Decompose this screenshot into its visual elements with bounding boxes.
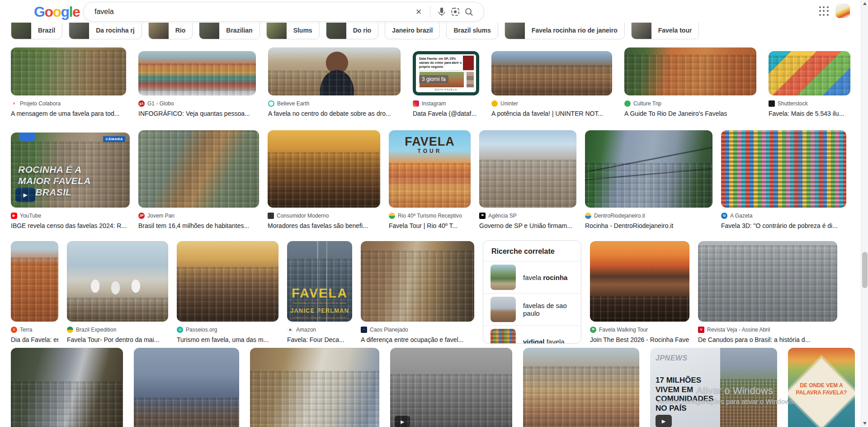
result-image[interactable]	[11, 241, 58, 322]
filter-chip[interactable]: Brazil slums	[446, 21, 498, 39]
result-title[interactable]: Favela Tour | Rio 40º T...	[389, 222, 471, 230]
result-title[interactable]: Favela Tour- Por dentro da mai...	[67, 336, 168, 344]
result-image[interactable]	[134, 348, 239, 427]
related-search-item[interactable]: favela rocinha	[483, 261, 581, 293]
result-image[interactable]	[624, 47, 756, 95]
scroll-down-button[interactable]	[861, 420, 868, 427]
microphone-icon[interactable]	[435, 5, 448, 19]
search-input[interactable]	[94, 8, 412, 16]
play-button-icon[interactable]: ▶	[15, 188, 35, 202]
result-image[interactable]	[585, 130, 712, 208]
result-image[interactable]	[138, 51, 256, 95]
result-title[interactable]: De Canudos para o Brasil: a história d..…	[698, 336, 837, 344]
result-image[interactable]	[11, 47, 126, 95]
result-title[interactable]: Favela: Four Deca...	[287, 336, 352, 344]
play-button-icon[interactable]: ▶	[656, 415, 672, 427]
result-image[interactable]	[590, 241, 689, 322]
result-source[interactable]: tTerra	[11, 326, 58, 333]
result-image[interactable]	[361, 241, 474, 322]
result-title[interactable]: Turismo em favela, uma das m...	[177, 336, 278, 344]
result-title[interactable]: Moradores das favelas são benefi...	[268, 222, 380, 230]
result-image[interactable]	[268, 130, 380, 208]
result-tile: ShutterstockFavela: Mais de 5.543 ilu...	[769, 51, 850, 118]
result-source[interactable]: JPJovem Pan	[138, 212, 259, 219]
result-image[interactable]	[523, 348, 639, 427]
search-icon[interactable]	[462, 5, 476, 19]
result-source[interactable]: aAmazon	[287, 326, 352, 333]
result-title[interactable]: A favela no centro do debate sobre as dr…	[268, 109, 401, 118]
result-image[interactable]	[698, 241, 837, 322]
result-title[interactable]: A diferença entre ocupação e favel...	[361, 336, 474, 344]
result-source[interactable]: Instagram	[413, 100, 479, 107]
result-title[interactable]: Rocinha - DentroRiodejaneiro.it	[585, 222, 712, 230]
filter-chip[interactable]: Favela tour	[631, 21, 699, 39]
result-image[interactable]	[250, 348, 379, 427]
filter-chip[interactable]: Favela rocinha rio de janeiro	[505, 21, 625, 39]
result-source[interactable]: ⚑Favela Walking Tour	[590, 326, 689, 333]
result-source[interactable]: Consumidor Moderno	[268, 212, 380, 219]
result-image[interactable]	[138, 130, 259, 208]
result-image[interactable]: DE ONDE VEM A PALAVRA FAVELA?	[788, 348, 855, 427]
result-source[interactable]: ▶YouTube	[11, 212, 130, 219]
result-title[interactable]: Join The Best 2026 - Rocinha Fave...	[590, 336, 689, 344]
clear-search-icon[interactable]: ✕	[412, 5, 425, 19]
result-source[interactable]: ◎Passeios.org	[177, 326, 278, 333]
result-image[interactable]	[268, 47, 401, 95]
result-source[interactable]: Believe Earth	[268, 100, 401, 107]
result-source[interactable]: #Projeto Colabora	[11, 100, 126, 107]
scroll-up-button[interactable]	[861, 0, 868, 7]
filter-chip[interactable]: Rio	[148, 21, 193, 39]
result-source[interactable]: Uninter	[491, 100, 612, 107]
result-image[interactable]: FAVELATOUR	[389, 130, 471, 208]
result-source[interactable]: ◔Caos Planejado	[361, 326, 474, 333]
result-image[interactable]	[769, 51, 850, 95]
result-image[interactable]	[721, 130, 846, 208]
result-title[interactable]: Governo de SP e União firmam...	[479, 222, 576, 230]
related-search-item[interactable]: vidigal favela	[483, 325, 581, 344]
result-source[interactable]: Culture Trip	[624, 100, 756, 107]
search-bar[interactable]: ✕	[83, 2, 484, 22]
result-source[interactable]: Rio 40º Turismo Receptivo	[389, 212, 471, 219]
result-title[interactable]: A potência da favela! | UNINTER NOT...	[491, 109, 612, 118]
filter-chip[interactable]: Brazil	[11, 21, 62, 39]
result-title[interactable]: A Guide To Rio De Janeiro's Favelas	[624, 109, 756, 118]
result-source[interactable]: Brazil Expedition	[67, 326, 168, 333]
result-source[interactable]: DentroRiodejaneiro.it	[585, 212, 712, 219]
result-title[interactable]: Brasil tem 16,4 milhões de habitantes...	[138, 222, 259, 230]
result-image[interactable]: JPNEWS17 MILHÕES VIVEM EM COMUNIDADES NO…	[650, 348, 777, 427]
result-source[interactable]: GA Gazeta	[721, 212, 846, 219]
result-image[interactable]	[177, 241, 278, 322]
filter-chip[interactable]: Slums	[266, 21, 320, 39]
result-title[interactable]: Favela: Mais de 5.543 ilu...	[769, 109, 850, 118]
result-source[interactable]: g1G1 - Globo	[138, 100, 256, 107]
result-image[interactable]: FAVELAFour Decades of Living on the Edge…	[287, 241, 352, 322]
result-title[interactable]: INFOGRÁFICO: Veja quantas pessoa...	[138, 109, 256, 118]
profile-avatar[interactable]	[835, 4, 850, 18]
google-lens-icon[interactable]	[448, 5, 462, 19]
result-image[interactable]	[11, 348, 123, 427]
result-image[interactable]	[67, 241, 168, 322]
result-source[interactable]: VRevista Veja - Assine Abril	[698, 326, 837, 333]
scrollbar-track[interactable]	[861, 0, 868, 427]
google-logo[interactable]: Google	[34, 4, 80, 20]
result-image[interactable]	[491, 51, 612, 95]
result-title[interactable]: Favela 3D: "O contrário de pobreza é di.…	[721, 222, 846, 230]
google-apps-grid-icon[interactable]	[818, 5, 830, 17]
filter-chip[interactable]: Da rocinha rj	[69, 21, 142, 39]
result-image[interactable]: ▶	[390, 348, 512, 427]
result-source[interactable]: ⚑Agência SP	[479, 212, 576, 219]
filter-chip[interactable]: Do rio	[326, 21, 378, 39]
result-source[interactable]: Shutterstock	[769, 100, 850, 107]
result-title[interactable]: IBGE revela censo das favelas 2024: R...	[11, 222, 130, 230]
result-image[interactable]: CÂMARAROCINHA É AMAIOR FAVELADO BRASIL▶	[11, 133, 130, 208]
result-title[interactable]: Data Favela (@dataf...	[413, 109, 479, 118]
filter-chip[interactable]: Janeiro brazil	[385, 21, 440, 39]
result-title[interactable]: A mensagem de uma favela para tod...	[11, 109, 126, 118]
filter-chip[interactable]: Brazilian	[199, 21, 259, 39]
result-image[interactable]: Data Favela: em SP, 25% saíram do crime …	[413, 51, 479, 95]
result-title[interactable]: Dia da Favela: ent...	[11, 336, 58, 344]
play-button-icon[interactable]: ▶	[395, 416, 410, 427]
result-image[interactable]	[479, 130, 576, 208]
scrollbar-thumb[interactable]	[862, 252, 868, 288]
related-search-item[interactable]: favelas de sao paulo	[483, 293, 581, 325]
